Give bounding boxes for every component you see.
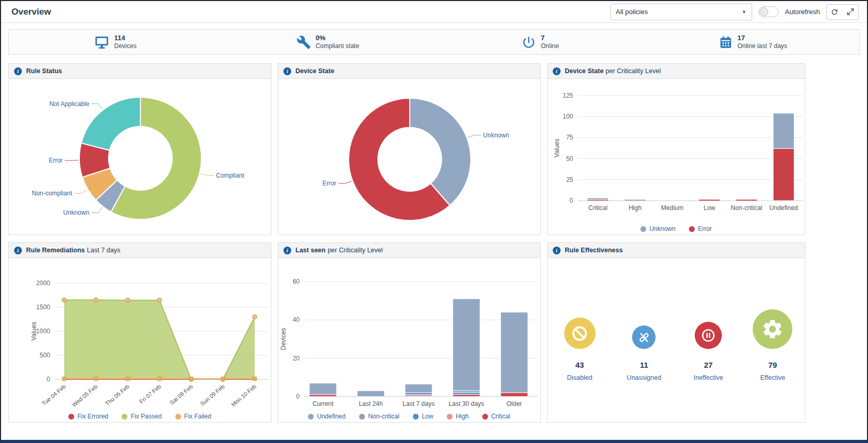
legend-label: Critical <box>491 413 510 420</box>
panel-title: Rule Effectiveness <box>565 247 625 254</box>
kpi-unassigned: 11Unassigned <box>612 306 676 381</box>
legend-item-fix-failed[interactable]: Fix Failed <box>175 413 211 420</box>
chart-legend: Fix ErroredFix PassedFix Failed <box>9 413 271 420</box>
stat-label: Devices <box>114 42 137 50</box>
svg-text:1000: 1000 <box>36 328 50 335</box>
legend-dot <box>308 414 314 419</box>
panel-rule-remediations: i Rule RemediationsLast 7 days 050010001… <box>8 242 271 423</box>
wrench-icon <box>296 35 311 50</box>
svg-text:1500: 1500 <box>36 304 50 311</box>
legend-label: Fix Errored <box>77 413 108 420</box>
pie-label-error: Error <box>49 157 63 164</box>
kpi-label: Effective <box>760 374 786 381</box>
svg-text:Values: Values <box>30 322 38 341</box>
chart-legend: UndefinedNon-criticalLowHighCritical <box>278 413 540 420</box>
stats-bar: 114 Devices 0% Compliant state 7 Online <box>8 29 860 55</box>
fullscreen-icon <box>847 8 854 16</box>
chevron-down-icon: ▼ <box>742 9 746 15</box>
info-icon[interactable]: i <box>553 247 561 254</box>
legend-dot <box>689 226 695 232</box>
pie-label-compliant: Compliant <box>216 172 245 179</box>
info-icon[interactable]: i <box>283 67 291 75</box>
panel-device-state-criticality: i Device Stateper Criticality Level 0255… <box>547 63 805 235</box>
fullscreen-button[interactable] <box>842 5 858 19</box>
legend-item-critical[interactable]: Critical <box>482 413 510 420</box>
panel-title: Device Stateper Criticality Level <box>565 67 661 75</box>
pie-label-unknown: Unknown <box>483 132 509 139</box>
stat-label: Online last 7 days <box>738 42 787 50</box>
chart-legend: UnknownError <box>548 225 805 232</box>
legend-dot <box>482 414 488 419</box>
info-icon[interactable]: i <box>553 67 561 75</box>
kpi-circle[interactable] <box>632 325 656 349</box>
svg-text:20: 20 <box>293 355 300 362</box>
svg-text:Wed 05 Feb: Wed 05 Feb <box>71 383 99 408</box>
pie-label-unknown: Unknown <box>63 209 89 216</box>
autorefresh-toggle[interactable] <box>758 6 779 17</box>
kpi-label: Disabled <box>567 374 592 381</box>
panel-title: Last seenper Criticality Level <box>295 247 383 254</box>
toggle-knob <box>759 7 768 16</box>
stat-value: 7 <box>541 34 559 42</box>
legend-label: Error <box>698 225 712 232</box>
legend-item-error[interactable]: Error <box>689 225 712 232</box>
stat-value: 114 <box>114 34 137 42</box>
svg-text:Values: Values <box>553 139 561 158</box>
legend-item-undefined[interactable]: Undefined <box>308 413 346 420</box>
panel-header: i Device Stateper Criticality Level <box>548 64 805 79</box>
legend-item-high[interactable]: High <box>447 413 469 420</box>
stat-label: Online <box>541 42 559 50</box>
legend-item-fix-errored[interactable]: Fix Errored <box>68 413 108 420</box>
kpi-label: Unassigned <box>627 374 661 381</box>
pause-icon <box>700 328 716 343</box>
monitor-icon <box>94 35 110 50</box>
kpi-ineffective: 27Ineffective <box>676 306 741 381</box>
autorefresh-label: Autorefresh <box>785 8 820 16</box>
info-icon[interactable]: i <box>14 67 22 75</box>
kpi-circle[interactable] <box>753 309 792 349</box>
calendar-icon <box>719 35 733 50</box>
kpi-value: 43 <box>575 360 584 369</box>
legend-item-unknown[interactable]: Unknown <box>640 225 675 232</box>
stat-label: Compliant state <box>316 42 359 50</box>
kpi-value: 27 <box>704 360 713 369</box>
svg-text:Thu 06 Feb: Thu 06 Feb <box>104 383 130 406</box>
panel-rule-effectiveness: i Rule Effectiveness 43Disabled11Unassig… <box>547 242 805 423</box>
kpi-label: Ineffective <box>694 374 723 381</box>
stat-value: 17 <box>738 34 787 42</box>
info-icon[interactable]: i <box>14 247 22 254</box>
stat-compliant-state: 0% Compliant state <box>221 34 434 50</box>
legend-dot <box>640 226 646 232</box>
pie-label-error: Error <box>323 180 337 187</box>
kpi-circle[interactable] <box>564 318 596 349</box>
legend-label: Fix Passed <box>130 413 161 420</box>
rule-effectiveness-kpis: 43Disabled11Unassigned27Ineffective79Eff… <box>548 258 805 422</box>
panel-title: Device State <box>295 67 336 75</box>
legend-dot <box>175 414 181 419</box>
legend-item-low[interactable]: Low <box>413 413 433 420</box>
info-icon[interactable]: i <box>283 247 291 254</box>
policy-filter-dropdown[interactable]: All policies ▼ <box>610 4 752 20</box>
stat-value: 0% <box>316 34 359 42</box>
svg-text:25: 25 <box>566 176 574 183</box>
svg-text:Undefined: Undefined <box>769 204 798 212</box>
kpi-disabled: 43Disabled <box>548 306 612 381</box>
topbar-controls: All policies ▼ Autorefresh <box>610 4 859 20</box>
svg-text:Low: Low <box>704 204 715 212</box>
refresh-button[interactable] <box>827 5 842 19</box>
pie-label-non-compliant: Non-compliant <box>32 190 73 197</box>
svg-text:High: High <box>628 204 641 212</box>
panel-header: i Device State <box>278 64 540 79</box>
kpi-circle[interactable] <box>695 322 722 349</box>
legend-item-non-critical[interactable]: Non-critical <box>359 413 399 420</box>
svg-text:Tue 04 Feb: Tue 04 Feb <box>41 383 67 406</box>
stat-devices: 114 Devices <box>9 34 221 50</box>
gear-icon <box>761 318 784 341</box>
svg-text:Last 30 days: Last 30 days <box>449 400 484 407</box>
svg-text:2000: 2000 <box>36 279 50 287</box>
panel-grid: i Rule Status CompliantUnknownNon-compli… <box>8 63 867 423</box>
svg-text:0: 0 <box>569 197 573 204</box>
legend-item-fix-passed[interactable]: Fix Passed <box>122 413 161 420</box>
stat-online-7days: 17 Online last 7 days <box>647 34 859 50</box>
svg-text:100: 100 <box>563 113 573 120</box>
